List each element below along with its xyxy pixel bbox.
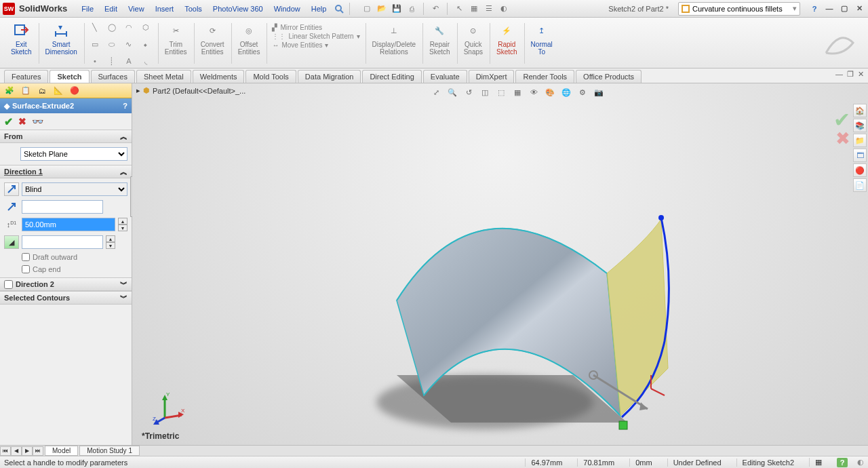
previous-view-icon[interactable]: ↺ [462,86,475,98]
appearance-icon[interactable]: ◐ [498,3,509,14]
options-icon[interactable]: ☰ [484,3,494,14]
tab-sheet-metal[interactable]: Sheet Metal [136,70,191,83]
convert-entities-button[interactable]: ⟳ Convert Entities [198,20,227,57]
draft-spinner[interactable]: ▲▼ [106,235,115,249]
depth-spinner[interactable]: ▲▼ [118,218,127,231]
circle-icon[interactable]: ◯ [105,20,119,34]
exit-sketch-button[interactable]: Exit Sketch [8,20,35,57]
help-icon[interactable]: ? [808,3,821,14]
tab-next-icon[interactable]: ▶ [22,446,33,456]
child-minimize-button[interactable]: — [835,70,843,79]
ok-button[interactable]: ✔ [4,115,13,128]
section-view-icon[interactable]: ◫ [479,86,491,98]
design-library-icon[interactable]: 📚 [853,119,867,132]
expand-tree-icon[interactable]: ▸ [136,86,140,95]
hide-show-icon[interactable]: 👁 [528,86,540,98]
tab-data-migration[interactable]: Data Migration [298,70,361,83]
chevron-down-icon[interactable]: ▾ [325,41,328,49]
rectangle-icon[interactable]: ▭ [88,37,102,51]
arc-icon[interactable]: ◠ [122,20,136,34]
detailed-preview-icon[interactable]: 👓 [32,116,43,127]
normal-to-button[interactable]: ↥ Normal To [528,20,555,57]
dimxpert-manager-tab-icon[interactable]: 📐 [52,85,65,97]
child-restore-button[interactable]: ❐ [847,70,854,79]
draft-icon[interactable]: ◢ [4,235,19,249]
display-style-icon[interactable]: ▦ [511,86,524,98]
confirm-cancel-icon[interactable]: ✖ [835,128,850,149]
quick-snaps-button[interactable]: ⊙ Quick Snaps [461,20,486,57]
view-palette-icon[interactable]: 🗔 [853,149,867,162]
view-settings-icon[interactable]: ⚙ [576,86,589,98]
expand-icon[interactable]: ︾ [120,279,127,290]
select-icon[interactable]: ↖ [454,3,465,14]
end-condition-select[interactable]: Blind [22,182,127,196]
collapse-icon[interactable]: ︽ [120,167,127,177]
section-selected-contours-header[interactable]: Selected Contours ︾ [0,291,132,305]
tab-office-products[interactable]: Office Products [576,70,642,83]
depth-input[interactable]: 50.00mm [22,218,115,231]
collapse-icon[interactable]: ︽ [120,132,127,142]
tab-prev-icon[interactable]: ◀ [11,446,22,456]
repair-sketch-button[interactable]: 🔧 Repair Sketch [427,20,453,57]
section-direction1-header[interactable]: Direction 1 ︽ [0,165,132,178]
draft-angle-field[interactable] [22,235,103,249]
tab-dimxpert[interactable]: DimXpert [469,70,515,83]
trim-entities-button[interactable]: ✂ Trim Entities [162,20,190,57]
breadcrumb[interactable]: ▸ ⬢ Part2 (Default<<Default>_... [136,86,245,95]
direction-vector-icon[interactable] [4,202,19,212]
menu-view[interactable]: View [123,3,149,15]
search-glass-icon[interactable] [334,3,344,14]
custom-properties-icon[interactable]: 📄 [853,178,867,192]
command-search[interactable]: ▾ [678,2,800,16]
section-from-header[interactable]: From ︽ [0,130,132,143]
chevron-down-icon[interactable]: ▾ [357,33,360,40]
chevron-down-icon[interactable]: ▾ [793,4,797,13]
undo-icon[interactable]: ↶ [430,3,441,14]
spline-icon[interactable]: ∿ [122,37,136,51]
tab-weldments[interactable]: Weldments [193,70,245,83]
display-delete-relations-button[interactable]: ⊥ Display/Delete Relations [370,20,418,57]
status-help-icon[interactable]: ? [837,458,848,467]
graphics-area[interactable]: ▸ ⬢ Part2 (Default<<Default>_... ⤢ 🔍 ↺ ◫… [132,83,868,445]
menu-photoview[interactable]: PhotoView 360 [208,3,268,15]
direction2-enable-checkbox[interactable] [4,280,13,289]
command-search-input[interactable] [692,5,790,13]
print-icon[interactable]: ⎙ [406,3,417,14]
save-icon[interactable]: 💾 [391,3,402,14]
tab-model[interactable]: Model [45,446,78,456]
tab-evaluate[interactable]: Evaluate [423,70,467,83]
configuration-manager-tab-icon[interactable]: 🗂 [35,85,49,97]
zoom-area-icon[interactable]: 🔍 [446,86,458,98]
tab-last-icon[interactable]: ⏭ [33,446,43,456]
slot-icon[interactable]: ⬭ [105,37,119,51]
text-icon[interactable]: A [122,54,136,68]
menu-help[interactable]: Help [307,3,332,15]
status-rebuild-icon[interactable]: ◐ [857,458,864,467]
menu-insert[interactable]: Insert [151,3,179,15]
from-select[interactable]: Sketch Plane [20,147,127,161]
tab-mold-tools[interactable]: Mold Tools [245,70,296,83]
file-explorer-icon[interactable]: 📁 [853,134,867,147]
reverse-direction-icon[interactable] [4,182,19,196]
polygon-icon[interactable]: ⬡ [139,20,153,34]
mirror-entities-button[interactable]: ▞Mirror Entities [271,23,323,32]
line-icon[interactable]: ╲ [88,20,102,34]
tab-features[interactable]: Features [4,70,48,83]
apply-scene-icon[interactable]: 🌐 [560,86,572,98]
section-direction2-header[interactable]: Direction 2 ︾ [0,277,132,291]
centerline-icon[interactable]: ┊ [105,54,119,68]
tab-sketch[interactable]: Sketch [50,70,89,83]
cap-end-checkbox[interactable]: Cap end [4,265,127,273]
appearances-icon[interactable]: 🔴 [853,163,867,177]
rebuild-icon[interactable]: ▦ [469,3,479,14]
tab-first-icon[interactable]: ⏮ [0,446,11,456]
reference-triad[interactable]: Y X Z [151,391,185,425]
new-doc-icon[interactable]: ▢ [361,3,372,14]
linear-pattern-button[interactable]: ⋮⋮Linear Sketch Pattern▾ [271,32,361,41]
smart-dimension-button[interactable]: Smart Dimension [43,20,80,57]
expand-icon[interactable]: ︾ [120,293,127,303]
fillet-icon[interactable]: ◟ [139,54,153,68]
feature-manager-tab-icon[interactable]: 🧩 [3,85,16,97]
close-button[interactable]: ✕ [853,3,865,14]
tab-render-tools[interactable]: Render Tools [515,70,574,83]
